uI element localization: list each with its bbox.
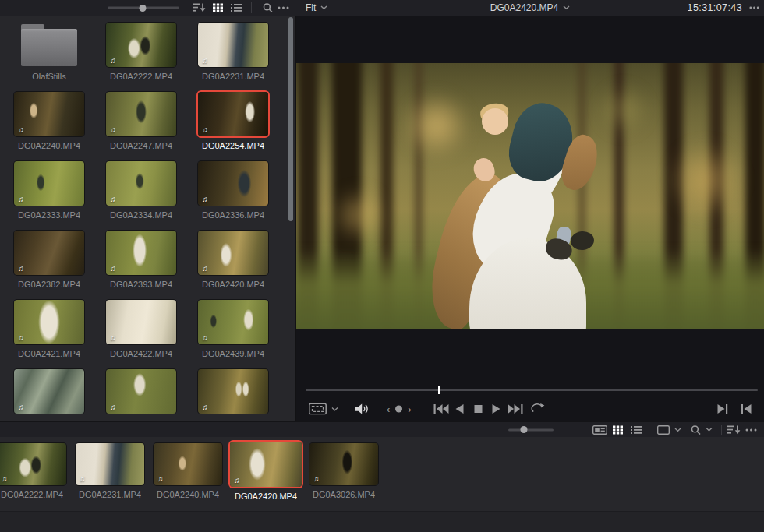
audio-note-icon: ♫ — [18, 196, 24, 203]
clip-label: DG0A2393.MP4 — [110, 280, 172, 289]
sort-icon[interactable] — [193, 3, 206, 12]
audio-note-icon: ♫ — [18, 265, 24, 273]
clip-filter-icon[interactable] — [657, 425, 681, 435]
clip-label: DG0A3026.MP4 — [313, 490, 375, 499]
audio-note-icon: ♫ — [202, 265, 208, 273]
clip-label: DG0A2420.MP4 — [235, 491, 297, 501]
media-clip[interactable]: ♫ DG0A2336.MP4 — [187, 161, 279, 231]
stop-icon[interactable] — [474, 405, 483, 414]
play-reverse-icon[interactable] — [455, 404, 464, 414]
media-clip[interactable]: ♫ DG0A2420.MP4 — [229, 443, 302, 501]
clip-label: DG0A2334.MP4 — [110, 210, 172, 220]
media-clip[interactable]: ♫ DG0A2222.MP4 — [0, 443, 69, 501]
media-clip[interactable]: ♫ DG0A2240.MP4 — [3, 92, 95, 161]
media-clip[interactable]: ♫ DG0A2240.MP4 — [151, 443, 225, 501]
loop-icon[interactable] — [530, 403, 546, 415]
audio-note-icon: ♫ — [234, 477, 240, 484]
search-icon[interactable] — [263, 3, 273, 13]
more-icon[interactable] — [745, 428, 757, 432]
clip-label: DG0A2420.MP4 — [202, 280, 264, 289]
list-view-icon[interactable] — [631, 425, 642, 435]
clip-thumbnail: ♫ — [198, 92, 268, 136]
clip-label: DG0A2231.MP4 — [79, 490, 141, 499]
media-clip[interactable]: ♫ DG0A2254.MP4 — [187, 92, 279, 161]
metadata-view-icon[interactable] — [592, 425, 607, 435]
list-view-icon[interactable] — [231, 3, 242, 12]
timecode-display: 15:31:07:43 — [688, 2, 742, 13]
clip-label: DG0A2240.MP4 — [157, 490, 219, 499]
media-clip[interactable]: ♫ — [3, 369, 95, 421]
clip-label: DG0A2254.MP4 — [202, 141, 264, 150]
media-clip[interactable]: ♫ DG0A2231.MP4 — [73, 443, 147, 501]
sort-icon[interactable] — [727, 425, 741, 435]
jog-control[interactable]: ‹› — [387, 404, 412, 414]
clip-label: DG0A2240.MP4 — [18, 141, 80, 150]
media-clip[interactable]: ♫ DG0A2382.MP4 — [3, 231, 95, 300]
clip-label: DG0A2333.MP4 — [18, 210, 80, 220]
play-icon[interactable] — [492, 404, 500, 414]
audio-note-icon: ♫ — [202, 403, 208, 411]
clip-thumbnail: ♫ — [14, 161, 84, 206]
bottom-area — [0, 511, 764, 532]
media-clip[interactable]: ♫ DG0A2334.MP4 — [95, 161, 187, 231]
media-clip[interactable]: ♫ DG0A2393.MP4 — [95, 231, 187, 300]
clip-label: DG0A2222.MP4 — [110, 72, 172, 81]
clip-thumbnail: ♫ — [106, 369, 176, 414]
first-frame-icon[interactable] — [433, 404, 449, 414]
clip-thumbnail: ♫ — [14, 369, 84, 414]
divider — [251, 2, 252, 13]
media-clip[interactable]: OlafStills — [3, 23, 95, 92]
clip-label: DG0A2336.MP4 — [202, 210, 264, 220]
speaker-icon[interactable] — [355, 403, 369, 415]
divider — [684, 425, 684, 435]
audio-note-icon: ♫ — [18, 403, 24, 411]
source-clip-icon[interactable] — [309, 403, 338, 415]
thumbnail-size-slider[interactable] — [108, 7, 179, 9]
viewer-video[interactable] — [296, 63, 764, 329]
audio-note-icon: ♫ — [110, 265, 116, 273]
strip-thumbnail-size-slider[interactable] — [508, 428, 554, 431]
media-clip[interactable]: ♫ — [95, 369, 187, 421]
audio-note-icon: ♫ — [202, 57, 208, 65]
more-icon[interactable] — [749, 6, 759, 9]
viewer-toolbar: Fit DG0A2420.MP4 15:31:07:43 — [296, 0, 764, 16]
more-icon[interactable] — [278, 6, 289, 9]
search-icon[interactable] — [691, 425, 713, 435]
clip-thumbnail: ♫ — [106, 231, 176, 275]
clip-thumbnail: ♫ — [198, 369, 268, 414]
chevron-down-icon — [674, 428, 681, 432]
media-clip[interactable]: ♫ DG0A2420.MP4 — [187, 231, 279, 300]
audio-note-icon: ♫ — [110, 57, 116, 65]
clip-label: OlafStills — [32, 72, 65, 81]
media-clip[interactable]: ♫ DG0A2231.MP4 — [187, 23, 279, 92]
last-frame-icon[interactable] — [508, 404, 523, 414]
clip-label: DG0A2421.MP4 — [18, 349, 80, 358]
scrollbar[interactable] — [288, 17, 293, 221]
audio-note-icon: ♫ — [202, 334, 208, 342]
clip-label: DG0A2439.MP4 — [202, 349, 264, 358]
clip-thumbnail: ♫ — [106, 92, 176, 136]
top-bar: Fit DG0A2420.MP4 15:31:07:43 — [0, 0, 764, 16]
media-clip[interactable]: ♫ DG0A2422.MP4 — [95, 300, 187, 369]
clip-label: DG0A2231.MP4 — [202, 72, 264, 81]
media-clip[interactable]: ♫ DG0A2439.MP4 — [187, 300, 279, 369]
media-clip[interactable]: ♫ DG0A2333.MP4 — [3, 161, 95, 231]
previous-edit-icon[interactable] — [741, 404, 752, 414]
playhead[interactable] — [438, 386, 440, 394]
folder-icon — [14, 23, 84, 67]
scrubber-track[interactable] — [306, 389, 758, 391]
audio-note-icon: ♫ — [110, 126, 116, 134]
clip-thumbnail: ♫ — [198, 23, 268, 67]
media-clip[interactable]: ♫ DG0A2247.MP4 — [95, 92, 187, 161]
timeline-media-strip: ♫ DG0A2222.MP4 ♫ DG0A2231.MP4 ♫ DG0A2240… — [0, 437, 764, 511]
divider — [186, 2, 186, 13]
next-edit-icon[interactable] — [717, 404, 728, 414]
media-clip[interactable]: ♫ DG0A2222.MP4 — [95, 23, 187, 92]
media-clip[interactable]: ♫ DG0A2421.MP4 — [3, 300, 95, 369]
media-clip[interactable]: ♫ DG0A3026.MP4 — [307, 443, 380, 501]
thumbnail-view-icon[interactable] — [613, 425, 623, 435]
timeline-strip-toolbar — [0, 421, 764, 438]
strip-items: ♫ DG0A2222.MP4 ♫ DG0A2231.MP4 ♫ DG0A2240… — [0, 443, 380, 501]
thumbnail-view-icon[interactable] — [213, 3, 223, 12]
media-clip[interactable]: ♫ — [187, 369, 279, 421]
